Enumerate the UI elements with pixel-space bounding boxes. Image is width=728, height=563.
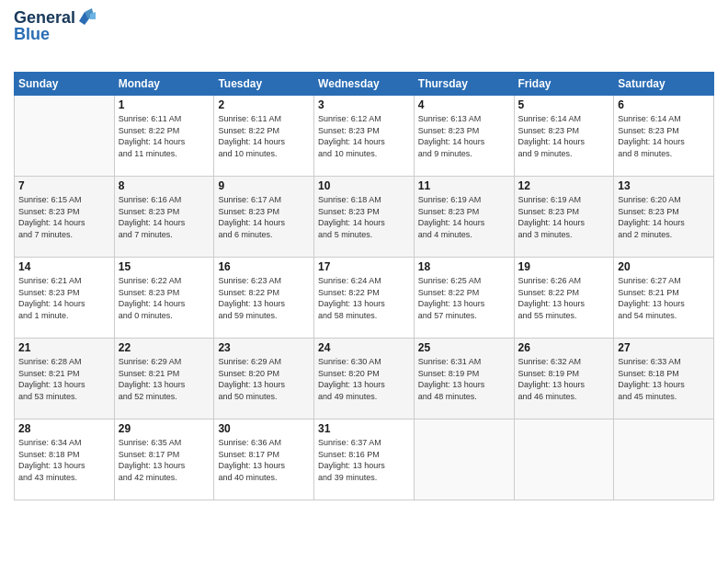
- calendar-week-row: 28Sunrise: 6:34 AM Sunset: 8:18 PM Dayli…: [15, 419, 714, 500]
- calendar-cell: 28Sunrise: 6:34 AM Sunset: 8:18 PM Dayli…: [15, 419, 115, 500]
- calendar-cell: [15, 96, 115, 177]
- calendar-cell: 3Sunrise: 6:12 AM Sunset: 8:23 PM Daylig…: [314, 96, 415, 177]
- calendar-week-row: 21Sunrise: 6:28 AM Sunset: 8:21 PM Dayli…: [15, 339, 714, 419]
- day-info: Sunrise: 6:35 AM Sunset: 8:17 PM Dayligh…: [119, 437, 210, 483]
- day-info: Sunrise: 6:18 AM Sunset: 8:23 PM Dayligh…: [318, 194, 410, 240]
- calendar-week-row: 7Sunrise: 6:15 AM Sunset: 8:23 PM Daylig…: [15, 177, 714, 258]
- calendar-cell: 6Sunrise: 6:14 AM Sunset: 8:23 PM Daylig…: [614, 96, 714, 177]
- day-number: 19: [518, 260, 610, 273]
- page: General Blue SundayMondayTuesdayWednesda…: [0, 0, 728, 563]
- calendar-table: SundayMondayTuesdayWednesdayThursdayFrid…: [14, 72, 714, 500]
- day-number: 2: [218, 98, 310, 111]
- calendar-cell: [614, 419, 714, 500]
- day-number: 1: [119, 98, 210, 111]
- calendar-cell: 4Sunrise: 6:13 AM Sunset: 8:23 PM Daylig…: [414, 96, 514, 177]
- day-number: 17: [318, 260, 410, 273]
- day-info: Sunrise: 6:11 AM Sunset: 8:22 PM Dayligh…: [218, 113, 310, 159]
- calendar-cell: 26Sunrise: 6:32 AM Sunset: 8:19 PM Dayli…: [514, 339, 614, 419]
- day-info: Sunrise: 6:22 AM Sunset: 8:23 PM Dayligh…: [119, 275, 210, 321]
- day-info: Sunrise: 6:32 AM Sunset: 8:19 PM Dayligh…: [518, 356, 610, 402]
- day-number: 18: [418, 260, 510, 273]
- day-info: Sunrise: 6:19 AM Sunset: 8:23 PM Dayligh…: [518, 194, 610, 240]
- day-number: 14: [18, 260, 110, 273]
- day-info: Sunrise: 6:29 AM Sunset: 8:21 PM Dayligh…: [119, 356, 210, 402]
- day-info: Sunrise: 6:31 AM Sunset: 8:19 PM Dayligh…: [418, 356, 510, 402]
- day-number: 20: [618, 260, 710, 273]
- day-info: Sunrise: 6:23 AM Sunset: 8:22 PM Dayligh…: [218, 275, 310, 321]
- calendar-week-row: 14Sunrise: 6:21 AM Sunset: 8:23 PM Dayli…: [15, 258, 714, 339]
- calendar-cell: 2Sunrise: 6:11 AM Sunset: 8:22 PM Daylig…: [214, 96, 314, 177]
- calendar-cell: 5Sunrise: 6:14 AM Sunset: 8:23 PM Daylig…: [514, 96, 614, 177]
- calendar-cell: 17Sunrise: 6:24 AM Sunset: 8:22 PM Dayli…: [314, 258, 415, 339]
- calendar-cell: 1Sunrise: 6:11 AM Sunset: 8:22 PM Daylig…: [114, 96, 214, 177]
- calendar-cell: 30Sunrise: 6:36 AM Sunset: 8:17 PM Dayli…: [214, 419, 314, 500]
- calendar-cell: 29Sunrise: 6:35 AM Sunset: 8:17 PM Dayli…: [114, 419, 214, 500]
- calendar-cell: 19Sunrise: 6:26 AM Sunset: 8:22 PM Dayli…: [514, 258, 614, 339]
- calendar-cell: 9Sunrise: 6:17 AM Sunset: 8:23 PM Daylig…: [214, 177, 314, 258]
- calendar-cell: 25Sunrise: 6:31 AM Sunset: 8:19 PM Dayli…: [414, 339, 514, 419]
- calendar-cell: 14Sunrise: 6:21 AM Sunset: 8:23 PM Dayli…: [15, 258, 115, 339]
- calendar-cell: 23Sunrise: 6:29 AM Sunset: 8:20 PM Dayli…: [214, 339, 314, 419]
- calendar-cell: 21Sunrise: 6:28 AM Sunset: 8:21 PM Dayli…: [15, 339, 115, 419]
- day-number: 6: [618, 98, 710, 111]
- day-info: Sunrise: 6:27 AM Sunset: 8:21 PM Dayligh…: [618, 275, 710, 321]
- day-number: 25: [418, 341, 510, 354]
- day-info: Sunrise: 6:33 AM Sunset: 8:18 PM Dayligh…: [618, 356, 710, 402]
- day-info: Sunrise: 6:29 AM Sunset: 8:20 PM Dayligh…: [218, 356, 310, 402]
- day-header-wednesday: Wednesday: [314, 73, 415, 96]
- day-header-saturday: Saturday: [614, 73, 714, 96]
- day-info: Sunrise: 6:25 AM Sunset: 8:22 PM Dayligh…: [418, 275, 510, 321]
- calendar-cell: [414, 419, 514, 500]
- calendar-cell: 13Sunrise: 6:20 AM Sunset: 8:23 PM Dayli…: [614, 177, 714, 258]
- header: General Blue: [14, 9, 714, 64]
- day-number: 16: [218, 260, 310, 273]
- day-info: Sunrise: 6:11 AM Sunset: 8:22 PM Dayligh…: [119, 113, 210, 159]
- calendar-week-row: 1Sunrise: 6:11 AM Sunset: 8:22 PM Daylig…: [15, 96, 714, 177]
- day-info: Sunrise: 6:15 AM Sunset: 8:23 PM Dayligh…: [18, 194, 110, 240]
- calendar-cell: 12Sunrise: 6:19 AM Sunset: 8:23 PM Dayli…: [514, 177, 614, 258]
- day-info: Sunrise: 6:37 AM Sunset: 8:16 PM Dayligh…: [318, 437, 410, 483]
- day-number: 28: [18, 422, 110, 435]
- day-info: Sunrise: 6:26 AM Sunset: 8:22 PM Dayligh…: [518, 275, 610, 321]
- day-number: 11: [418, 179, 510, 192]
- day-number: 23: [218, 341, 310, 354]
- day-info: Sunrise: 6:14 AM Sunset: 8:23 PM Dayligh…: [518, 113, 610, 159]
- calendar-cell: [514, 419, 614, 500]
- day-number: 5: [518, 98, 610, 111]
- day-number: 3: [318, 98, 410, 111]
- day-number: 26: [518, 341, 610, 354]
- day-number: 7: [18, 179, 110, 192]
- day-number: 27: [618, 341, 710, 354]
- logo-arrow-icon: [77, 8, 97, 25]
- day-info: Sunrise: 6:17 AM Sunset: 8:23 PM Dayligh…: [218, 194, 310, 240]
- day-info: Sunrise: 6:20 AM Sunset: 8:23 PM Dayligh…: [618, 194, 710, 240]
- day-info: Sunrise: 6:13 AM Sunset: 8:23 PM Dayligh…: [418, 113, 510, 159]
- calendar-cell: 31Sunrise: 6:37 AM Sunset: 8:16 PM Dayli…: [314, 419, 415, 500]
- logo: General Blue: [14, 9, 97, 64]
- calendar-cell: 27Sunrise: 6:33 AM Sunset: 8:18 PM Dayli…: [614, 339, 714, 419]
- day-number: 22: [119, 341, 210, 354]
- day-number: 24: [318, 341, 410, 354]
- day-info: Sunrise: 6:16 AM Sunset: 8:23 PM Dayligh…: [119, 194, 210, 240]
- day-number: 4: [418, 98, 510, 111]
- day-header-monday: Monday: [114, 73, 214, 96]
- day-header-friday: Friday: [514, 73, 614, 96]
- day-number: 9: [218, 179, 310, 192]
- day-info: Sunrise: 6:14 AM Sunset: 8:23 PM Dayligh…: [618, 113, 710, 159]
- calendar-cell: 18Sunrise: 6:25 AM Sunset: 8:22 PM Dayli…: [414, 258, 514, 339]
- calendar-cell: 15Sunrise: 6:22 AM Sunset: 8:23 PM Dayli…: [114, 258, 214, 339]
- day-header-sunday: Sunday: [15, 73, 115, 96]
- calendar-cell: 10Sunrise: 6:18 AM Sunset: 8:23 PM Dayli…: [314, 177, 415, 258]
- day-header-tuesday: Tuesday: [214, 73, 314, 96]
- day-number: 15: [119, 260, 210, 273]
- day-info: Sunrise: 6:28 AM Sunset: 8:21 PM Dayligh…: [18, 356, 110, 402]
- day-number: 31: [318, 422, 410, 435]
- calendar-cell: 22Sunrise: 6:29 AM Sunset: 8:21 PM Dayli…: [114, 339, 214, 419]
- calendar-header-row: SundayMondayTuesdayWednesdayThursdayFrid…: [15, 73, 714, 96]
- day-info: Sunrise: 6:36 AM Sunset: 8:17 PM Dayligh…: [218, 437, 310, 483]
- day-number: 12: [518, 179, 610, 192]
- calendar-cell: 11Sunrise: 6:19 AM Sunset: 8:23 PM Dayli…: [414, 177, 514, 258]
- day-info: Sunrise: 6:19 AM Sunset: 8:23 PM Dayligh…: [418, 194, 510, 240]
- day-number: 13: [618, 179, 710, 192]
- day-number: 8: [119, 179, 210, 192]
